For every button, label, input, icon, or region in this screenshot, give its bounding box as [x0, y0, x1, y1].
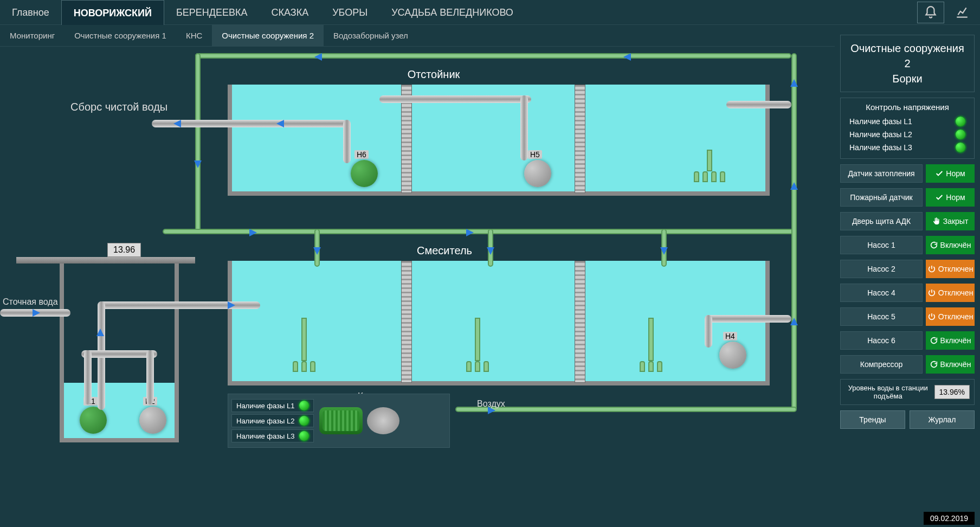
nav-main[interactable]: Главное: [0, 0, 61, 25]
voltage-block: Контроль напряжения Наличие фазы L1 Нали…: [840, 98, 975, 159]
sensor-row-0: Датчик затопленияНорм: [840, 164, 975, 183]
device-row-4[interactable]: Насос 6Включён: [840, 331, 975, 350]
pump-h5-label: Н5: [528, 150, 542, 159]
sensor-status: Закрыт: [926, 212, 975, 230]
phase-l3: Наличие фазы L3: [845, 141, 970, 154]
device-row-3[interactable]: Насос 5Отключен: [840, 307, 975, 326]
arrow-15: [790, 182, 798, 190]
subnav-treatment1[interactable]: Очистные сооружения 1: [65, 25, 176, 47]
trends-button[interactable]: Тренды: [840, 410, 905, 429]
pipe-lift-manifold: [81, 350, 157, 358]
comp-phase-l1: Наличие фазы L1: [231, 399, 314, 412]
subnav-kns[interactable]: КНС: [176, 25, 212, 47]
pipe-clean-out: [152, 120, 347, 127]
settling-tank-label: Отстойник: [379, 68, 488, 81]
device-row-0[interactable]: Насос 1Включён: [840, 236, 975, 254]
device-label: Компрессор: [840, 355, 923, 374]
compressor-graphic: [319, 402, 417, 440]
device-row-1[interactable]: Насос 2Отключен: [840, 260, 975, 278]
comp-phase-l3: Наличие фазы L3: [231, 429, 314, 442]
bell-icon: [924, 5, 938, 20]
ladder-4: [575, 261, 585, 383]
sensor-label: Пожарный датчик: [840, 188, 923, 207]
sensor-row-1: Пожарный датчикНорм: [840, 188, 975, 207]
lift-station-lid: [16, 257, 195, 264]
pipe-mid-green: [163, 229, 797, 234]
sensor-label: Дверь щита АДК: [840, 212, 923, 230]
device-label: Насос 2: [840, 260, 923, 278]
pipe-left-green-v: [195, 53, 201, 232]
water-level-row: Уровень воды в станции подъёма 13.96%: [840, 379, 975, 405]
pump-h6[interactable]: Н6: [347, 152, 382, 187]
panel-title: Очистные сооружения 2 Борки: [840, 35, 975, 92]
hand-icon: [932, 217, 941, 226]
arrow-2: [623, 53, 631, 61]
pump-h1[interactable]: Н1: [76, 399, 111, 434]
pump-h2[interactable]: Н2: [136, 399, 170, 434]
led-icon: [299, 431, 309, 441]
sewage-label: Сточная вода: [3, 297, 58, 307]
pump-h4[interactable]: Н4: [715, 334, 750, 369]
pipe-h1-riser: [84, 350, 92, 404]
led-icon: [956, 130, 965, 139]
journal-button[interactable]: Журлал: [910, 410, 975, 429]
pipe-top-tank-h: [379, 95, 531, 103]
chart-icon: [955, 5, 969, 20]
arrow-1: [314, 53, 322, 61]
pipe-clean-v: [343, 120, 351, 163]
water-level-label: Уровень воды в станции подъёма: [845, 384, 931, 400]
pipe-top-green: [195, 53, 791, 59]
pipe-h2-riser: [146, 350, 154, 404]
arrow-6: [313, 247, 321, 255]
sensor-status: Норм: [926, 188, 975, 207]
device-row-5[interactable]: КомпрессорВключён: [840, 355, 975, 374]
alarm-button[interactable]: [917, 2, 944, 23]
device-label: Насос 4: [840, 284, 923, 302]
sub-nav: Мониторинг Очистные сооружения 1 КНС Очи…: [0, 25, 980, 47]
device-label: Насос 1: [840, 236, 923, 254]
mimic-canvas: Отстойник Н6 Н5 Смеситель Н4 13.96 Станц…: [0, 47, 824, 527]
aerator-m1: [293, 318, 315, 372]
air-label: Воздух: [477, 399, 505, 409]
pipe-h4-v: [705, 315, 712, 348]
arrow-13: [96, 329, 104, 336]
water-level-value: 13.96%: [934, 385, 970, 399]
arrow-7: [487, 247, 494, 255]
device-status: Включён: [926, 236, 975, 254]
chart-button[interactable]: [949, 2, 976, 23]
nav-ubory[interactable]: УБОРЫ: [320, 0, 379, 25]
arrow-8: [660, 247, 668, 255]
aerator-m3: [640, 318, 662, 372]
nav-novorizhsky[interactable]: НОВОРИЖСКИЙ: [61, 0, 164, 25]
pump-h4-label: Н4: [723, 332, 737, 340]
pump-h6-label: Н6: [354, 150, 369, 159]
device-row-2[interactable]: Насос 4Отключен: [840, 284, 975, 302]
device-status: Включён: [926, 355, 975, 374]
device-status: Отключен: [926, 284, 975, 302]
pipe-h4-out: [705, 315, 791, 323]
arrow-16: [790, 79, 798, 87]
device-label: Насос 6: [840, 331, 923, 350]
pipe-lift-to-mixer: [98, 301, 260, 309]
power-cycle-icon: [930, 336, 938, 345]
nav-skazka[interactable]: СКАЗКА: [260, 0, 321, 25]
led-icon: [299, 401, 309, 410]
sensor-label: Датчик затопления: [840, 164, 923, 183]
subnav-treatment2[interactable]: Очистные сооружения 2: [212, 25, 324, 47]
pipe-bottom-green: [455, 407, 797, 412]
level-indicator: 13.96: [107, 243, 141, 257]
sensor-status: Норм: [926, 164, 975, 183]
phase-l2: Наличие фазы L2: [845, 128, 970, 141]
device-status: Отключен: [926, 307, 975, 326]
nav-berendeevka[interactable]: БЕРЕНДЕЕВКА: [164, 0, 260, 25]
subnav-monitoring[interactable]: Мониторинг: [0, 25, 65, 47]
ladder-2: [575, 85, 585, 193]
device-status: Отключен: [926, 260, 975, 278]
power-icon: [927, 288, 936, 297]
nav-velednikovo[interactable]: УСАДЬБА ВЕЛЕДНИКОВО: [379, 0, 525, 25]
footer-date: 09.02.2019: [924, 512, 975, 525]
arrow-5: [466, 229, 474, 236]
subnav-intake[interactable]: Водозаборный узел: [324, 25, 418, 47]
aerator-m2: [466, 318, 489, 372]
mixer-label: Смеситель: [390, 245, 499, 257]
